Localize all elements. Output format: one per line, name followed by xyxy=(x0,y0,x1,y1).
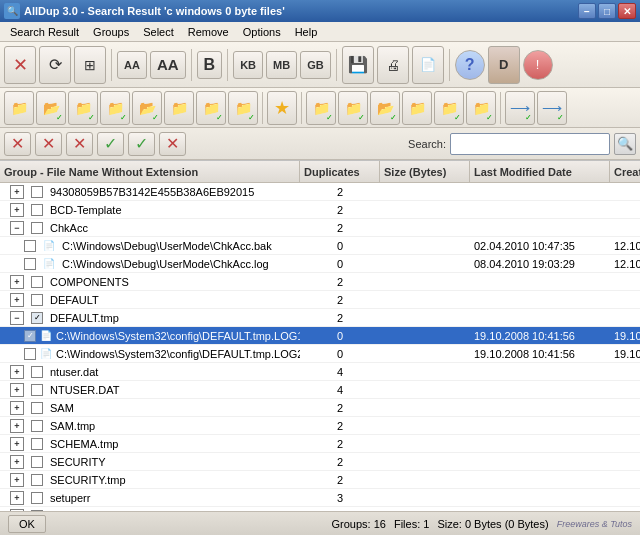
menu-remove[interactable]: Remove xyxy=(182,24,235,40)
table-row[interactable]: +NTUSER.DAT 4 xyxy=(0,381,640,399)
close-button[interactable]: ✕ xyxy=(618,3,636,19)
tb-font-aa-small[interactable]: AA xyxy=(117,51,147,79)
checkbox[interactable] xyxy=(31,276,43,288)
folder-btn-6[interactable]: 📁 xyxy=(164,91,194,125)
checkbox[interactable] xyxy=(31,420,43,432)
checkbox[interactable] xyxy=(31,438,43,450)
th-size[interactable]: Size (Bytes) xyxy=(380,161,470,182)
ok-button[interactable]: OK xyxy=(8,515,46,533)
checkbox[interactable] xyxy=(31,474,43,486)
folder-btn-14[interactable]: 📁✓ xyxy=(466,91,496,125)
table-row[interactable]: ✓📄C:\Windows\System32\config\DEFAULT.tmp… xyxy=(0,327,640,345)
folder-btn-4[interactable]: 📁✓ xyxy=(100,91,130,125)
expand-icon[interactable]: + xyxy=(10,365,24,379)
table-row[interactable]: +setuperr 3 xyxy=(0,489,640,507)
maximize-button[interactable]: □ xyxy=(598,3,616,19)
table-row[interactable]: +ntuser.dat 4 xyxy=(0,363,640,381)
table-row[interactable]: +COMPONENTS 2 xyxy=(0,273,640,291)
tb-font-aa-large[interactable]: AA xyxy=(150,51,186,79)
act-btn-4[interactable]: ✓ xyxy=(97,132,124,156)
tb-save-btn[interactable]: 💾 xyxy=(342,46,374,84)
checkbox[interactable] xyxy=(24,240,36,252)
th-created[interactable]: Creation Date xyxy=(610,161,640,182)
table-row[interactable]: +BCD-Template 2 xyxy=(0,201,640,219)
tb-print-btn[interactable]: 🖨 xyxy=(377,46,409,84)
checkbox[interactable]: ✓ xyxy=(31,312,43,324)
table-row[interactable]: 📄C:\Windows\Debug\UserMode\ChkAcc.log 0 … xyxy=(0,255,640,273)
th-name[interactable]: Group - File Name Without Extension xyxy=(0,161,300,182)
checkbox[interactable] xyxy=(31,366,43,378)
tb-mb-btn[interactable]: MB xyxy=(266,51,297,79)
checkbox[interactable] xyxy=(24,258,36,270)
checkbox[interactable] xyxy=(31,384,43,396)
tb-bold-btn[interactable]: B xyxy=(197,51,223,79)
search-input[interactable] xyxy=(450,133,610,155)
search-button[interactable]: 🔍 xyxy=(614,133,636,155)
table-row[interactable]: −✓DEFAULT.tmp 2 xyxy=(0,309,640,327)
folder-btn-7[interactable]: 📁✓ xyxy=(196,91,226,125)
expand-icon[interactable]: + xyxy=(10,293,24,307)
menu-groups[interactable]: Groups xyxy=(87,24,135,40)
checkbox[interactable] xyxy=(31,492,43,504)
arr-btn-1[interactable]: ⟶✓ xyxy=(505,91,535,125)
checkbox[interactable] xyxy=(31,402,43,414)
folder-btn-12[interactable]: 📁 xyxy=(402,91,432,125)
table-row[interactable]: +SCHEMA.tmp 2 xyxy=(0,435,640,453)
tb-kb-btn[interactable]: KB xyxy=(233,51,263,79)
checkbox[interactable] xyxy=(24,348,36,360)
folder-btn-11[interactable]: 📂✓ xyxy=(370,91,400,125)
checkbox[interactable] xyxy=(31,294,43,306)
th-dup[interactable]: Duplicates xyxy=(300,161,380,182)
expand-icon[interactable]: − xyxy=(10,221,24,235)
act-btn-2[interactable]: ✕ xyxy=(35,132,62,156)
tb-close-btn[interactable]: ✕ xyxy=(4,46,36,84)
tb-grid-btn[interactable]: ⊞ xyxy=(74,46,106,84)
act-btn-6[interactable]: ✕ xyxy=(159,132,186,156)
menu-search-result[interactable]: Search Result xyxy=(4,24,85,40)
expand-icon[interactable]: + xyxy=(10,437,24,451)
star-btn[interactable]: ★ xyxy=(267,91,297,125)
expand-icon[interactable]: + xyxy=(10,473,24,487)
table-row[interactable]: +SAM 2 xyxy=(0,399,640,417)
act-btn-3[interactable]: ✕ xyxy=(66,132,93,156)
tb-refresh-btn[interactable]: ⟳ xyxy=(39,46,71,84)
minimize-button[interactable]: − xyxy=(578,3,596,19)
act-btn-1[interactable]: ✕ xyxy=(4,132,31,156)
folder-btn-10[interactable]: 📁✓ xyxy=(338,91,368,125)
folder-btn-8[interactable]: 📁✓ xyxy=(228,91,258,125)
checkbox[interactable] xyxy=(31,456,43,468)
table-row[interactable]: 📄C:\Windows\Debug\UserMode\ChkAcc.bak 0 … xyxy=(0,237,640,255)
expand-icon[interactable]: + xyxy=(10,491,24,505)
th-modified[interactable]: Last Modified Date xyxy=(470,161,610,182)
expand-icon[interactable]: + xyxy=(10,185,24,199)
table-row[interactable]: +94308059B57B3142E455B38A6EB92015 2 xyxy=(0,183,640,201)
folder-btn-2[interactable]: 📂✓ xyxy=(36,91,66,125)
table-row[interactable]: +SECURITY 2 xyxy=(0,453,640,471)
checkbox[interactable] xyxy=(31,186,43,198)
tb-help-btn[interactable]: ? xyxy=(455,50,485,80)
tb-gb-btn[interactable]: GB xyxy=(300,51,331,79)
expand-icon[interactable]: + xyxy=(10,383,24,397)
menu-select[interactable]: Select xyxy=(137,24,180,40)
checkbox[interactable] xyxy=(31,222,43,234)
table-row[interactable]: +SECURITY.tmp 2 xyxy=(0,471,640,489)
folder-btn-3[interactable]: 📁✓ xyxy=(68,91,98,125)
folder-btn-1[interactable]: 📁 xyxy=(4,91,34,125)
table-row[interactable]: +SAM.tmp 2 xyxy=(0,417,640,435)
act-btn-5[interactable]: ✓ xyxy=(128,132,155,156)
folder-btn-9[interactable]: 📁✓ xyxy=(306,91,336,125)
expand-icon[interactable]: + xyxy=(10,455,24,469)
folder-btn-5[interactable]: 📂✓ xyxy=(132,91,162,125)
expand-icon[interactable]: + xyxy=(10,275,24,289)
arr-btn-2[interactable]: ⟶✓ xyxy=(537,91,567,125)
checkbox[interactable] xyxy=(31,204,43,216)
expand-icon[interactable]: + xyxy=(10,401,24,415)
checkbox[interactable]: ✓ xyxy=(24,330,36,342)
folder-btn-13[interactable]: 📁✓ xyxy=(434,91,464,125)
table-row[interactable]: −ChkAcc 2 xyxy=(0,219,640,237)
table-row[interactable]: +DEFAULT 2 xyxy=(0,291,640,309)
expand-icon[interactable]: + xyxy=(10,419,24,433)
tb-alert-btn[interactable]: ! xyxy=(523,50,553,80)
expand-icon[interactable]: + xyxy=(10,203,24,217)
table-row[interactable]: 📄C:\Windows\System32\config\DEFAULT.tmp.… xyxy=(0,345,640,363)
